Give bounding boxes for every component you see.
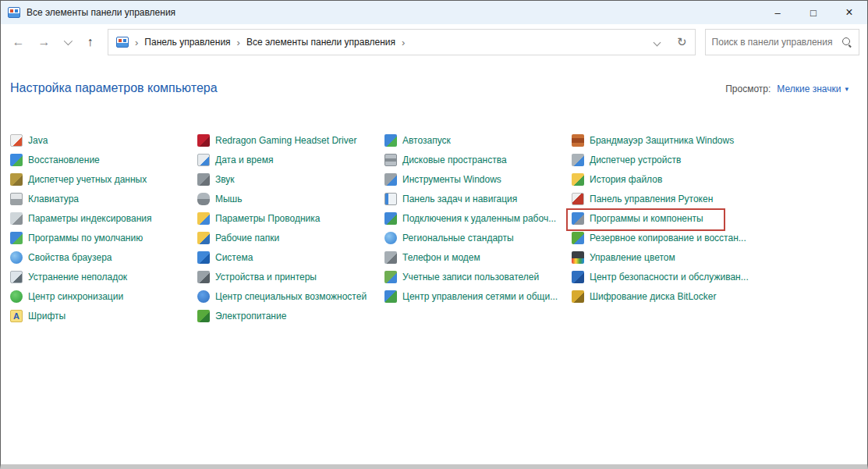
items-column: Брандмауэр Защитника WindowsДиспетчер ус… <box>572 130 759 306</box>
programs-features-icon <box>572 212 584 225</box>
item-label: Подключения к удаленным рабоч... <box>402 213 556 224</box>
work-folders-icon <box>197 232 210 244</box>
item-label: Диспетчер устройств <box>590 155 681 165</box>
control-panel-item[interactable]: Центр синхронизации <box>10 286 197 306</box>
control-panel-item[interactable]: Восстановление <box>10 150 197 169</box>
window-title: Все элементы панели управления <box>27 7 175 18</box>
item-label: Дисковые пространства <box>402 155 507 165</box>
item-label: Свойства браузера <box>28 252 112 263</box>
control-panel-item[interactable]: История файлов <box>572 169 759 189</box>
keyboard-icon <box>10 193 23 205</box>
control-panel-app-icon <box>8 7 20 18</box>
control-panel-item[interactable]: Звук <box>197 169 384 189</box>
control-panel-item[interactable]: Диспетчер устройств <box>572 150 759 169</box>
control-panel-item[interactable]: Мышь <box>197 189 384 208</box>
network-sharing-icon <box>384 290 397 303</box>
control-panel-item[interactable]: Брандмауэр Защитника Windows <box>572 130 759 150</box>
file-history-icon <box>572 173 584 186</box>
rutoken-icon <box>572 193 584 205</box>
titlebar: Все элементы панели управления – □ × <box>1 1 867 24</box>
address-bar[interactable]: › Панель управления › Все элементы панел… <box>108 29 696 55</box>
java-icon <box>10 134 23 147</box>
view-by-dropdown[interactable]: Мелкие значки ▾ <box>777 83 849 94</box>
item-label: Региональные стандарты <box>402 233 514 243</box>
up-button[interactable]: ↑ <box>77 29 103 55</box>
control-panel-item[interactable]: Панель задач и навигация <box>384 189 572 208</box>
control-panel-item[interactable]: Свойства браузера <box>10 247 197 267</box>
troubleshooting-icon <box>10 271 23 283</box>
item-label: Дата и время <box>215 155 273 165</box>
nav-buttons: ← → ↑ <box>5 29 103 55</box>
search-icon[interactable] <box>841 37 852 48</box>
redragon-driver-icon <box>197 134 210 147</box>
item-label: Центр специальных возможностей <box>215 291 367 302</box>
storage-spaces-icon <box>384 154 397 166</box>
control-panel-item[interactable]: Региональные стандарты <box>384 228 572 247</box>
item-label: Шифрование диска BitLocker <box>590 291 716 302</box>
default-programs-icon <box>10 232 23 244</box>
maximize-button[interactable]: □ <box>795 1 831 24</box>
item-label: Восстановление <box>28 155 100 165</box>
refresh-icon[interactable]: ↻ <box>677 35 687 49</box>
control-panel-item[interactable]: Устранение неполадок <box>10 267 197 286</box>
item-label: Шрифты <box>28 311 66 322</box>
back-button[interactable]: ← <box>5 29 31 55</box>
control-panel-item[interactable]: Java <box>10 130 197 150</box>
control-panel-item[interactable]: Шрифты <box>10 306 197 325</box>
control-panel-item[interactable]: Параметры Проводника <box>197 208 384 228</box>
address-dropdown-icon[interactable] <box>654 38 661 46</box>
control-panel-item[interactable]: Резервное копирование и восстан... <box>572 228 759 247</box>
item-label: Брандмауэр Защитника Windows <box>590 135 734 146</box>
indexing-options-icon <box>10 212 23 225</box>
remote-desktop-icon <box>384 212 397 225</box>
control-panel-item[interactable]: Redragon Gaming Headset Driver <box>197 130 384 150</box>
control-panel-item[interactable]: Панель управления Рутокен <box>572 189 759 208</box>
file-explorer-options-icon <box>197 212 210 225</box>
control-panel-item[interactable]: Шифрование диска BitLocker <box>572 286 759 306</box>
item-label: Электропитание <box>215 311 286 322</box>
view-by-value: Мелкие значки <box>777 83 841 94</box>
control-panel-item[interactable]: Рабочие папки <box>197 228 384 247</box>
control-panel-item[interactable]: Программы по умолчанию <box>10 228 197 247</box>
fonts-icon <box>10 310 23 322</box>
search-input[interactable] <box>712 37 841 48</box>
control-panel-item[interactable]: Параметры индексирования <box>10 208 197 228</box>
recovery-icon <box>10 154 23 166</box>
control-panel-item[interactable]: Автозапуск <box>384 130 572 150</box>
breadcrumb-all-items[interactable]: Все элементы панели управления <box>246 37 395 48</box>
control-panel-item[interactable]: Система <box>197 247 384 267</box>
close-button[interactable]: × <box>831 1 867 24</box>
view-control: Просмотр: Мелкие значки ▾ <box>725 83 849 94</box>
control-panel-item[interactable]: Инструменты Windows <box>384 169 572 189</box>
phone-modem-icon <box>384 251 397 264</box>
item-label: Панель задач и навигация <box>402 194 517 204</box>
control-panel-item[interactable]: Учетные записи пользователей <box>384 267 572 286</box>
color-management-icon <box>572 251 584 264</box>
page-header: Настройка параметров компьютера Просмотр… <box>10 81 849 95</box>
minimize-button[interactable]: – <box>760 1 795 24</box>
control-panel-item[interactable]: Телефон и модем <box>384 247 572 267</box>
control-panel-item[interactable]: Клавиатура <box>10 189 197 208</box>
control-panel-item[interactable]: Подключения к удаленным рабоч... <box>384 208 572 228</box>
control-panel-item[interactable]: Диспетчер учетных данных <box>10 169 197 189</box>
breadcrumb-control-panel[interactable]: Панель управления <box>144 37 230 48</box>
control-panel-item[interactable]: Устройства и принтеры <box>197 267 384 286</box>
control-panel-item[interactable]: Центр безопасности и обслуживан... <box>572 267 759 286</box>
control-panel-item[interactable]: Дисковые пространства <box>384 150 572 169</box>
control-panel-item[interactable]: Дата и время <box>197 150 384 169</box>
forward-button[interactable]: → <box>31 29 57 55</box>
control-panel-item[interactable]: Электропитание <box>197 306 384 325</box>
region-icon <box>384 232 397 244</box>
item-label: Программы и компоненты <box>590 213 703 224</box>
item-label: Резервное копирование и восстан... <box>590 233 746 243</box>
recent-locations-button[interactable] <box>57 29 77 55</box>
control-panel-item[interactable]: Программы и компоненты <box>572 208 759 228</box>
control-panel-item[interactable]: Центр специальных возможностей <box>197 286 384 306</box>
backup-restore-icon <box>572 232 584 244</box>
control-panel-item[interactable]: Центр управления сетями и общи... <box>384 286 572 306</box>
control-panel-item[interactable]: Управление цветом <box>572 247 759 267</box>
items-column: АвтозапускДисковые пространстваИнструмен… <box>384 130 572 306</box>
user-accounts-icon <box>384 271 397 283</box>
control-panel-window: Все элементы панели управления – □ × ← →… <box>0 0 868 469</box>
mouse-icon <box>197 193 210 205</box>
